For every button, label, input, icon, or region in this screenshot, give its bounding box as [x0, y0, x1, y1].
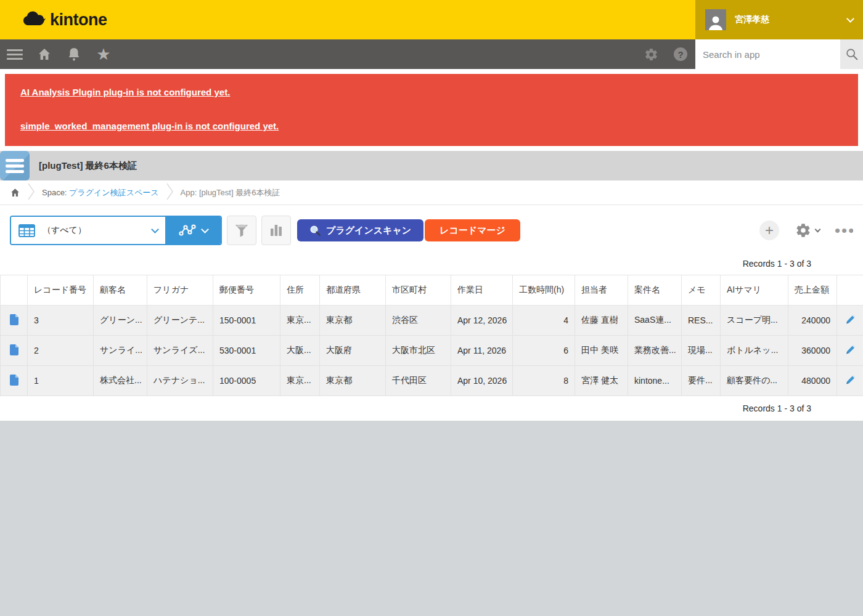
- table-grid-icon: [18, 224, 35, 237]
- user-menu[interactable]: 宮澤孝慈: [695, 0, 863, 39]
- chevron-down-icon: [201, 225, 209, 233]
- top-header-bar: kintone 宮澤孝慈: [0, 0, 863, 39]
- app-settings-button[interactable]: [795, 222, 820, 238]
- edit-record-button[interactable]: [837, 336, 863, 366]
- global-nav-bar: ★ ?: [0, 39, 863, 69]
- cell-project: kintone...: [628, 366, 682, 396]
- more-options-button[interactable]: •••: [835, 224, 853, 237]
- filter-button[interactable]: [227, 216, 256, 245]
- cell-hours: 6: [513, 336, 575, 366]
- alert-link-ai-analysis[interactable]: AI Analysis Plugin plug-in is not config…: [20, 87, 843, 97]
- settings-button[interactable]: [636, 39, 666, 69]
- column-header[interactable]: 売上金額: [788, 275, 837, 306]
- open-record-button[interactable]: [1, 306, 28, 336]
- app-icon[interactable]: [0, 151, 30, 180]
- cell-record-no: 3: [28, 306, 94, 336]
- column-header[interactable]: 案件名: [628, 275, 682, 306]
- help-icon: ?: [674, 47, 687, 61]
- column-header[interactable]: フリガナ: [147, 275, 213, 306]
- records-table: レコード番号顧客名フリガナ郵便番号住所都道府県市区町村作業日工数時間(h)担当者…: [0, 275, 863, 396]
- column-header[interactable]: 都道府県: [320, 275, 386, 306]
- line-graph-icon: [178, 224, 197, 237]
- column-header-icon-spacer: [1, 275, 28, 306]
- cell-address: 東京...: [280, 366, 320, 396]
- cell-address: 東京...: [280, 306, 320, 336]
- document-icon: [10, 344, 18, 355]
- magnifier-icon: [309, 225, 321, 237]
- cloud-icon: [22, 10, 46, 30]
- column-header[interactable]: メモ: [682, 275, 721, 306]
- record-merge-button[interactable]: レコードマージ: [425, 219, 520, 241]
- column-header[interactable]: 住所: [280, 275, 320, 306]
- column-header[interactable]: AIサマリ: [721, 275, 788, 306]
- cell-ai-summary: スコープ明...: [721, 306, 788, 336]
- cell-project: SaaS連...: [628, 306, 682, 336]
- cell-customer: サンライ...: [94, 336, 147, 366]
- cell-hours: 4: [513, 306, 575, 336]
- view-selector-dropdown[interactable]: （すべて）: [11, 217, 165, 244]
- app-search: [695, 39, 863, 69]
- home-button[interactable]: [30, 39, 59, 69]
- column-header[interactable]: 作業日: [451, 275, 513, 306]
- hamburger-icon: [7, 47, 23, 62]
- chevron-down-icon: [151, 225, 159, 233]
- table-row: 1株式会社...ハテナショ...100-0005東京...東京都千代田区Apr …: [1, 366, 863, 396]
- kintone-logo[interactable]: kintone: [22, 0, 107, 39]
- column-header[interactable]: 郵便番号: [213, 275, 280, 306]
- logo-wordmark: kintone: [50, 10, 107, 30]
- edit-record-button[interactable]: [837, 366, 863, 396]
- cell-memo: 現場...: [682, 336, 721, 366]
- table-row: 3グリーン...グリーンテ...150-0001東京...東京都渋谷区Apr 1…: [1, 306, 863, 336]
- plus-icon: +: [765, 222, 774, 238]
- alert-link-simple-worked-management[interactable]: simple_worked_management plug-in is not …: [20, 121, 843, 131]
- favorites-button[interactable]: ★: [89, 39, 118, 69]
- cell-hours: 8: [513, 366, 575, 396]
- records-count-bottom: Records 1 - 3 of 3: [0, 396, 863, 421]
- cell-person: 田中 美咲: [575, 336, 628, 366]
- column-header[interactable]: 顧客名: [94, 275, 147, 306]
- cell-person: 宮澤 健太: [575, 366, 628, 396]
- cell-address: 大阪...: [280, 336, 320, 366]
- hamburger-menu-button[interactable]: [0, 39, 30, 69]
- pencil-icon: [845, 344, 856, 355]
- cell-city: 渋谷区: [386, 306, 451, 336]
- search-button[interactable]: [840, 39, 863, 69]
- notifications-button[interactable]: [59, 39, 89, 69]
- gear-icon: [644, 47, 658, 62]
- document-icon: [10, 314, 18, 325]
- plugin-scan-button[interactable]: プラグインスキャン: [297, 219, 423, 241]
- cell-furigana: サンライズ...: [147, 336, 213, 366]
- column-header[interactable]: 工数時間(h): [513, 275, 575, 306]
- cell-pref: 東京都: [320, 306, 386, 336]
- record-merge-label: レコードマージ: [440, 225, 505, 235]
- cell-customer: グリーン...: [94, 306, 147, 336]
- cell-furigana: ハテナショ...: [147, 366, 213, 396]
- cell-pref: 東京都: [320, 366, 386, 396]
- breadcrumb-separator-icon: [166, 182, 173, 203]
- cell-work-date: Apr 12, 2026: [451, 306, 513, 336]
- open-record-button[interactable]: [1, 366, 28, 396]
- graph-view-button[interactable]: [165, 217, 221, 244]
- help-button[interactable]: ?: [666, 39, 695, 69]
- plugin-scan-label: プラグインスキャン: [326, 225, 411, 237]
- breadcrumb-space-label: Space:: [42, 188, 67, 197]
- search-input[interactable]: [695, 39, 840, 69]
- open-record-button[interactable]: [1, 336, 28, 366]
- add-record-button[interactable]: +: [759, 221, 779, 240]
- chart-button[interactable]: [261, 216, 291, 245]
- edit-record-button[interactable]: [837, 306, 863, 336]
- search-icon: [845, 47, 859, 61]
- table-header-row: レコード番号顧客名フリガナ郵便番号住所都道府県市区町村作業日工数時間(h)担当者…: [1, 275, 863, 306]
- breadcrumb-separator-icon: [28, 182, 35, 203]
- cell-project: 業務改善...: [628, 336, 682, 366]
- records-count-top: Records 1 - 3 of 3: [0, 259, 863, 269]
- column-header[interactable]: 担当者: [575, 275, 628, 306]
- view-selector-label: （すべて）: [43, 225, 86, 236]
- cell-memo: 要件...: [682, 366, 721, 396]
- breadcrumb-home-button[interactable]: [10, 187, 20, 198]
- cell-record-no: 2: [28, 336, 94, 366]
- breadcrumb-space-link[interactable]: プラグイン検証スペース: [69, 187, 158, 198]
- column-header[interactable]: 市区町村: [386, 275, 451, 306]
- user-avatar-icon: [705, 9, 726, 30]
- column-header[interactable]: レコード番号: [28, 275, 94, 306]
